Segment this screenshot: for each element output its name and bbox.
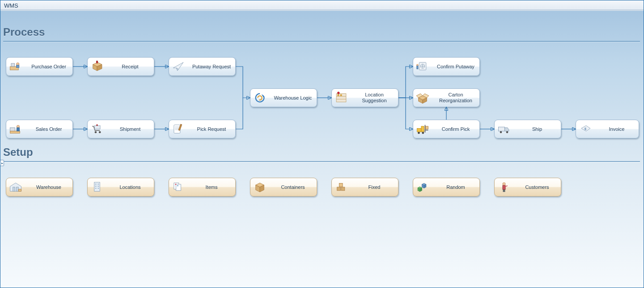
carton-icon <box>250 178 269 196</box>
node-containers[interactable]: Containers <box>250 178 317 196</box>
svg-rect-61 <box>98 186 99 187</box>
node-putaway-request[interactable]: Putaway Request <box>169 57 236 76</box>
desk-icon <box>6 58 25 75</box>
node-label: Putaway Request <box>188 64 235 70</box>
worker-pc-icon <box>6 120 25 138</box>
node-label: Location Suggestion <box>351 92 398 103</box>
node-warehouse[interactable]: Warehouse <box>6 178 73 196</box>
window-title: WMS <box>4 2 18 9</box>
section-heading-process: Process <box>3 26 45 38</box>
node-warehouse-logic[interactable]: Warehouse Logic <box>250 88 317 107</box>
node-label: Items <box>188 184 235 190</box>
svg-rect-26 <box>337 94 339 96</box>
node-items[interactable]: Items <box>169 178 236 196</box>
node-confirm-pick[interactable]: Confirm Pick <box>413 120 480 138</box>
svg-rect-60 <box>95 186 96 187</box>
svg-rect-55 <box>17 187 19 191</box>
node-purchase-order[interactable]: Purchase Order <box>6 57 73 76</box>
svg-rect-47 <box>499 127 505 131</box>
node-fixed[interactable]: Fixed <box>331 178 398 196</box>
svg-rect-82 <box>503 189 504 192</box>
svg-marker-8 <box>173 63 183 70</box>
window-titlebar: WMS <box>0 0 644 10</box>
workflow-canvas: Process Purchase Order Receipt Putaway R… <box>0 10 644 288</box>
svg-point-49 <box>500 131 502 134</box>
truck-icon <box>495 120 513 138</box>
node-label: Fixed <box>351 184 398 190</box>
svg-point-15 <box>95 131 97 134</box>
svg-rect-62 <box>95 188 96 189</box>
node-label: Customers <box>513 184 561 190</box>
svg-rect-56 <box>18 189 21 192</box>
node-label: Random <box>432 184 479 190</box>
office-building-icon <box>88 178 106 196</box>
cycle-arrows-icon <box>250 89 269 107</box>
svg-rect-3 <box>17 65 19 67</box>
svg-rect-71 <box>337 187 341 191</box>
svg-rect-13 <box>17 128 19 131</box>
node-label: Shipment <box>106 126 154 132</box>
clipboard-pen-icon <box>169 120 188 138</box>
random-cubes-icon <box>413 178 432 196</box>
svg-point-80 <box>503 183 505 185</box>
svg-rect-41 <box>421 126 424 132</box>
invoice-tag-icon: $ <box>576 120 595 138</box>
shelves-icon <box>332 89 351 107</box>
node-label: Carton Reorganization <box>432 92 479 103</box>
svg-text:$: $ <box>585 127 587 131</box>
svg-point-16 <box>99 131 101 134</box>
svg-rect-59 <box>98 184 99 184</box>
node-shipment[interactable]: Shipment <box>87 120 154 138</box>
node-pick-request[interactable]: Pick Request <box>169 120 236 138</box>
svg-marker-48 <box>505 128 509 131</box>
panel-expand-handle[interactable]: ▸ <box>0 160 4 166</box>
stacked-boxes-icon <box>332 178 351 196</box>
svg-rect-11 <box>10 131 20 134</box>
svg-rect-72 <box>341 187 345 191</box>
svg-rect-63 <box>98 188 99 189</box>
node-carton-reorg[interactable]: Carton Reorganization <box>413 88 480 107</box>
vault-icon <box>413 58 432 75</box>
node-sales-order[interactable]: Sales Order <box>6 120 73 138</box>
svg-point-67 <box>177 185 178 186</box>
node-label: Purchase Order <box>25 64 72 70</box>
cart-icon <box>88 120 106 138</box>
warehouse-building-icon <box>6 178 25 196</box>
svg-rect-1 <box>11 63 15 67</box>
svg-point-50 <box>506 131 508 134</box>
svg-rect-45 <box>425 130 428 131</box>
node-random[interactable]: Random <box>413 178 480 196</box>
node-receipt[interactable]: Receipt <box>87 57 154 76</box>
svg-rect-65 <box>176 184 181 191</box>
item-tags-icon <box>169 178 188 196</box>
svg-rect-34 <box>417 66 418 69</box>
node-label: Ship <box>513 126 561 132</box>
node-invoice[interactable]: $ Invoice <box>576 120 639 138</box>
svg-rect-40 <box>417 128 421 132</box>
node-label: Sales Order <box>25 126 72 132</box>
svg-rect-81 <box>503 185 505 189</box>
section-heading-setup: Setup <box>3 146 33 159</box>
svg-point-43 <box>422 132 424 134</box>
node-locations[interactable]: Locations <box>87 178 154 196</box>
customer-person-icon <box>495 178 513 196</box>
node-label: Invoice <box>595 126 639 132</box>
section-rule-setup <box>3 161 640 162</box>
svg-point-28 <box>337 92 339 94</box>
svg-rect-83 <box>504 189 505 192</box>
open-box-icon <box>413 89 432 107</box>
node-location-suggestion[interactable]: Location Suggestion <box>331 88 398 107</box>
node-ship[interactable]: Ship <box>494 120 561 138</box>
svg-rect-27 <box>340 94 342 96</box>
svg-rect-57 <box>94 182 100 191</box>
node-label: Containers <box>269 184 317 190</box>
node-confirm-putaway[interactable]: Confirm Putaway <box>413 57 480 76</box>
forklift-icon <box>413 120 432 138</box>
node-label: Receipt <box>106 64 154 70</box>
node-customers[interactable]: Customers <box>494 178 561 196</box>
svg-point-66 <box>175 184 176 185</box>
node-label: Confirm Pick <box>432 126 479 132</box>
svg-rect-54 <box>13 187 15 191</box>
node-label: Pick Request <box>188 126 235 132</box>
node-label: Confirm Putaway <box>432 64 479 70</box>
